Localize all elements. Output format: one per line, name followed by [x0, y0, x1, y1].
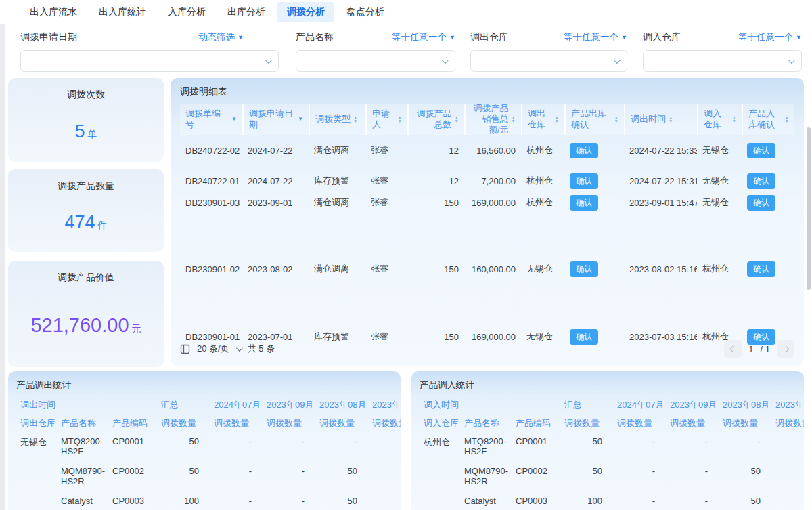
column-header-9[interactable]: 调出时间▲▼	[624, 104, 697, 135]
outbound-confirm-cell: 确认	[564, 143, 624, 158]
filter-select[interactable]	[296, 50, 455, 72]
stats-row: MQM8790-HS2RCP000250--50	[420, 462, 804, 492]
filter-operator-button[interactable]: 等于任意一个▼	[738, 31, 802, 43]
column-header-label: 调出时间	[631, 114, 666, 125]
inbound-confirm-button[interactable]: 确认	[747, 143, 775, 158]
sort-down-arrow: ▼	[398, 119, 402, 123]
column-header-label: 调拨产品总数	[414, 108, 452, 130]
filter-group-3: 调出仓库等于任意一个▼	[470, 30, 627, 72]
outbound-confirm-cell: 确认	[564, 261, 624, 277]
column-header-10[interactable]: 调入仓库▲▼	[697, 104, 742, 135]
stat-value-number: 474	[64, 212, 95, 232]
tab-5[interactable]: 调拨分析	[277, 2, 334, 22]
filter-group-2: 产品名称等于任意一个▼	[296, 30, 455, 72]
quantity-header: 调拨数量	[560, 417, 613, 429]
filter-select[interactable]	[470, 50, 627, 72]
column-header-8[interactable]: 产品出库确认▲▼	[564, 104, 624, 135]
product-name-cell: MQM8790-HS2R	[460, 466, 512, 486]
month-header: 2023年08月	[719, 399, 771, 411]
filter-label-row: 调入仓库等于任意一个▼	[643, 30, 802, 45]
outbound-confirm-button[interactable]: 确认	[570, 143, 598, 158]
filter-operator-button[interactable]: 等于任意一个▼	[392, 31, 455, 43]
quantity-cell: 100	[157, 496, 210, 506]
outbound-time-cell: 2024-07-22 15:31	[624, 176, 697, 186]
outbound-confirm-button[interactable]: 确认	[570, 173, 598, 189]
amount-cell: 7,200.00	[464, 176, 521, 186]
filter-select[interactable]	[643, 50, 802, 72]
filter-label: 调入仓库	[643, 31, 681, 43]
quantity-header: 调拨数量	[771, 417, 804, 429]
column-header-5[interactable]: 调拨产品总数▲▼	[407, 104, 464, 135]
product-code-cell: CP0002	[512, 466, 560, 476]
quantity-cell: 50	[315, 466, 368, 476]
inbound-confirm-button[interactable]: 确认	[747, 195, 775, 211]
total-pages: / 1	[761, 344, 770, 354]
month-header: 2024年07月	[613, 399, 666, 411]
product-name-cell: MQM8790-HS2R	[57, 466, 108, 486]
applicant-cell: 张睿	[365, 144, 407, 156]
scrollbar-thumb[interactable]	[807, 127, 811, 290]
outbound-time-cell: 2023-09-01 15:47	[624, 198, 697, 208]
inbound-confirm-cell: 确认	[742, 173, 794, 189]
stat-card-value: 474件	[8, 212, 164, 233]
sort-icon: ▲▼	[555, 116, 559, 123]
tab-2[interactable]: 出入库统计	[89, 2, 156, 22]
page-size-control[interactable]: 20 条/页 共 5 条	[180, 343, 275, 355]
filter-operator-button[interactable]: 动态筛选▼	[198, 31, 244, 43]
chevron-down-icon	[614, 57, 621, 64]
applicant-cell: 张睿	[365, 196, 407, 209]
tab-4[interactable]: 出库分析	[218, 2, 275, 22]
tab-6[interactable]: 盘点分析	[337, 2, 394, 22]
column-header-3[interactable]: 调拨类型▲▼	[309, 104, 365, 135]
table-row: DB230901-032023-09-01满仓调离张睿150169,000.00…	[180, 192, 794, 213]
quantity-cell: -	[315, 436, 368, 446]
quantity-header: 调拨数量	[368, 417, 401, 429]
table-row: DB240722-022024-07-22满仓调离张睿1216,560.00杭州…	[180, 140, 794, 161]
prev-page-button[interactable]	[724, 340, 742, 358]
time-label-header: 调入时间	[420, 399, 560, 411]
month-header: 2023年07月	[771, 399, 804, 411]
month-header: 2023年09月	[666, 399, 719, 411]
stat-card-title: 调拨产品价值	[8, 261, 164, 284]
inbound-confirm-button[interactable]: 确认	[747, 173, 775, 189]
quantity-cell: -	[210, 466, 263, 476]
column-header-1[interactable]: 调拨单编号▼	[180, 104, 242, 135]
column-header-label: 调入仓库	[704, 108, 729, 130]
outbound-warehouse-cell: 无锡仓	[521, 263, 564, 275]
month-header: 2024年07月	[210, 399, 263, 411]
next-page-button[interactable]	[777, 340, 794, 358]
filter-select[interactable]	[20, 50, 279, 72]
column-header-6[interactable]: 调拨产品销售总额/元▲▼	[464, 104, 521, 135]
sort-icon: ▲▼	[455, 116, 459, 123]
stat-value-number: 5	[74, 121, 85, 142]
outbound-confirm-button[interactable]: 确认	[570, 261, 598, 277]
product-name-cell: Catalyst	[57, 496, 108, 506]
column-header-2[interactable]: 调拨申请日期▼	[242, 104, 309, 135]
column-header-7[interactable]: 调出仓库▲▼	[521, 104, 564, 135]
sort-down-arrow: ▼	[512, 119, 516, 123]
quantity-cell: -	[263, 436, 315, 446]
sort-icon: ▲▼	[614, 116, 618, 123]
tab-3[interactable]: 入库分析	[158, 2, 215, 22]
inbound-confirm-cell: 确认	[742, 261, 794, 277]
tab-1[interactable]: 出入库流水	[20, 2, 87, 22]
panel-title: 调拨明细表	[180, 86, 794, 102]
column-header-11[interactable]: 产品入库确认▲▼	[742, 104, 794, 135]
chevron-down-icon	[265, 57, 272, 64]
quantity-header: 调拨数量	[263, 417, 315, 429]
filter-operator-button[interactable]: 等于任意一个▼	[564, 31, 627, 43]
caret-down-icon: ▼	[238, 34, 244, 41]
inbound-confirm-button[interactable]: 确认	[747, 261, 775, 277]
product-code-cell: CP0003	[108, 496, 157, 506]
month-header: 汇总	[157, 399, 210, 411]
quantity-cell: -	[210, 496, 263, 506]
outbound-stats-panel: 产品调出统计调出时间汇总2024年07月2023年09月2023年08月2023…	[8, 371, 401, 510]
applicant-cell: 张睿	[365, 263, 407, 275]
product-code-cell: CP0002	[108, 466, 157, 476]
quantity-cell: 150	[407, 264, 464, 274]
product-name-cell: MTQ8200-HS2F	[57, 436, 108, 456]
product-code-cell: CP0001	[512, 436, 560, 446]
order-number-cell: DB240722-02	[180, 146, 242, 156]
outbound-confirm-button[interactable]: 确认	[570, 195, 598, 211]
column-header-4[interactable]: 申请人▲▼	[365, 104, 407, 135]
